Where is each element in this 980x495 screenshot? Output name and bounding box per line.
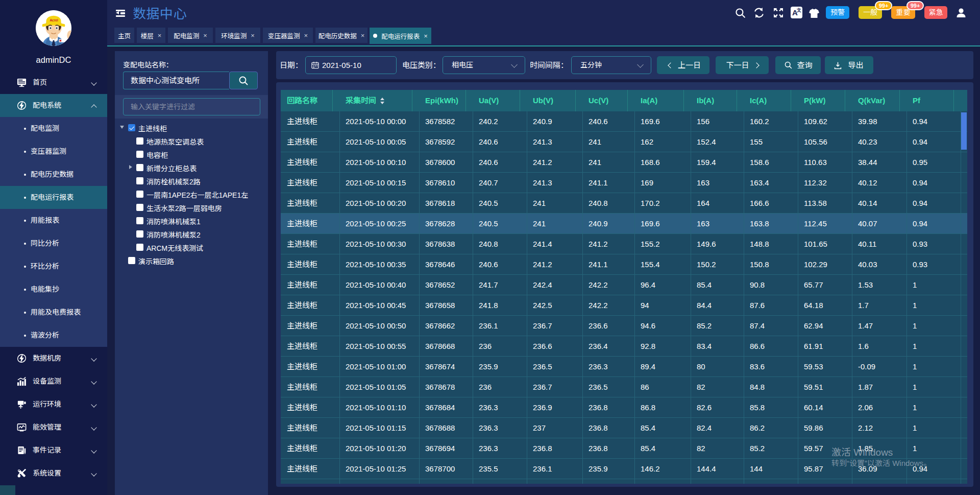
svg-text:Acrel: Acrel: [50, 18, 58, 22]
